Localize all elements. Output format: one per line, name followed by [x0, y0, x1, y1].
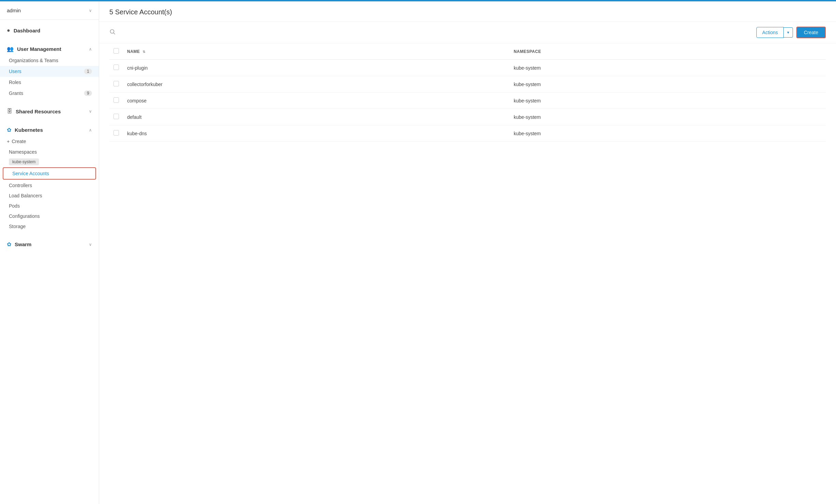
row-checkbox-cell [109, 76, 123, 93]
row-checkbox-cell [109, 93, 123, 109]
service-accounts-label: Service Accounts [12, 171, 49, 176]
sidebar-item-pods[interactable]: Pods [0, 201, 99, 211]
shared-resources-header[interactable]: 🗄 Shared Resources ∨ [0, 106, 99, 117]
create-plus-icon: + [7, 139, 10, 144]
row-namespace: kube-system [510, 125, 826, 142]
table-header-checkbox [109, 43, 123, 60]
svg-point-0 [110, 30, 114, 33]
service-accounts-table: NAME ⇅ NAMESPACE cni-plugin kube-system [109, 43, 826, 142]
user-management-icon: 👥 [7, 46, 14, 52]
shared-resources-label: Shared Resources [16, 109, 61, 114]
actions-chevron-icon: ▾ [787, 30, 789, 35]
table-row[interactable]: collectorforkuber kube-system [109, 76, 826, 93]
page-title: 5 Service Account(s) [109, 8, 826, 16]
row-name: default [123, 109, 510, 125]
table-row[interactable]: cni-plugin kube-system [109, 60, 826, 76]
select-all-checkbox[interactable] [113, 48, 119, 54]
storage-label: Storage [9, 224, 26, 229]
row-checkbox[interactable] [113, 97, 119, 103]
row-namespace: kube-system [510, 109, 826, 125]
table-header-name[interactable]: NAME ⇅ [123, 43, 510, 60]
sidebar-item-configurations[interactable]: Configurations [0, 211, 99, 221]
shared-resources-icon: 🗄 [7, 108, 12, 114]
sidebar-item-service-accounts[interactable]: Service Accounts [3, 167, 96, 180]
sidebar-section-user-management: 👥 User Management ∧ Organizations & Team… [0, 38, 99, 101]
name-sort-icon: ⇅ [143, 50, 146, 54]
sidebar-item-load-balancers[interactable]: Load Balancers [0, 191, 99, 201]
sidebar-item-controllers[interactable]: Controllers [0, 180, 99, 191]
user-management-label: User Management [17, 46, 61, 52]
row-checkbox-cell [109, 109, 123, 125]
toolbar-left [109, 29, 116, 36]
table-header-namespace: NAMESPACE [510, 43, 826, 60]
main-header: 5 Service Account(s) [99, 1, 836, 22]
sidebar-item-users[interactable]: Users 1 [0, 66, 99, 77]
kubernetes-chevron-icon: ∧ [89, 128, 92, 132]
swarm-header[interactable]: ✿ Swarm ∨ [0, 238, 99, 250]
row-namespace: kube-system [510, 93, 826, 109]
table-row[interactable]: kube-dns kube-system [109, 125, 826, 142]
sidebar-item-storage[interactable]: Storage [0, 221, 99, 232]
search-icon [109, 29, 116, 35]
namespace-column-label: NAMESPACE [514, 49, 541, 54]
actions-dropdown-button[interactable]: ▾ [784, 27, 793, 38]
svg-line-1 [114, 33, 115, 34]
toolbar-right: Actions ▾ Create [756, 27, 826, 38]
app-container: admin ∨ ● Dashboard 👥 User Management ∧ [0, 1, 836, 504]
controllers-label: Controllers [9, 183, 32, 188]
users-badge: 1 [84, 69, 92, 74]
kubernetes-label: Kubernetes [15, 127, 43, 133]
sidebar-section-swarm: ✿ Swarm ∨ [0, 234, 99, 252]
row-checkbox-cell [109, 60, 123, 76]
grants-badge: 9 [84, 90, 92, 96]
pods-label: Pods [9, 203, 20, 209]
toolbar: Actions ▾ Create [99, 22, 836, 43]
shared-resources-chevron-icon: ∨ [89, 109, 92, 114]
sidebar-item-create[interactable]: + Create [0, 136, 99, 147]
row-checkbox[interactable] [113, 65, 119, 70]
actions-label: Actions [762, 30, 778, 35]
table-row[interactable]: compose kube-system [109, 93, 826, 109]
swarm-icon: ✿ [7, 241, 11, 248]
row-checkbox[interactable] [113, 81, 119, 86]
search-button[interactable] [109, 29, 116, 36]
row-name: compose [123, 93, 510, 109]
table-body: cni-plugin kube-system collectorforkuber… [109, 60, 826, 142]
admin-chevron-icon: ∨ [89, 8, 92, 13]
roles-label: Roles [9, 80, 21, 85]
name-column-label: NAME [127, 49, 140, 54]
configurations-label: Configurations [9, 213, 40, 219]
sidebar-item-roles[interactable]: Roles [0, 77, 99, 88]
table-row[interactable]: default kube-system [109, 109, 826, 125]
actions-button[interactable]: Actions [756, 27, 784, 38]
row-checkbox[interactable] [113, 114, 119, 119]
table-container: NAME ⇅ NAMESPACE cni-plugin kube-system [99, 43, 836, 142]
sidebar-section-dashboard: ● Dashboard [0, 20, 99, 38]
load-balancers-label: Load Balancers [9, 193, 42, 198]
sidebar-item-organizations-teams[interactable]: Organizations & Teams [0, 55, 99, 66]
table-header-row: NAME ⇅ NAMESPACE [109, 43, 826, 60]
namespace-kube-system-badge[interactable]: kube-system [9, 158, 39, 165]
organizations-teams-label: Organizations & Teams [9, 58, 58, 63]
main-content: 5 Service Account(s) Actions ▾ Create [99, 1, 836, 504]
row-checkbox-cell [109, 125, 123, 142]
create-label: Create [12, 139, 26, 144]
grants-label: Grants [9, 90, 23, 96]
row-name: collectorforkuber [123, 76, 510, 93]
row-name: kube-dns [123, 125, 510, 142]
sidebar-section-shared-resources: 🗄 Shared Resources ∨ [0, 101, 99, 119]
dashboard-label: Dashboard [14, 28, 40, 33]
sidebar-item-grants[interactable]: Grants 9 [0, 88, 99, 99]
swarm-chevron-icon: ∨ [89, 242, 92, 247]
row-checkbox[interactable] [113, 130, 119, 136]
create-button[interactable]: Create [796, 27, 826, 38]
sidebar-admin[interactable]: admin ∨ [0, 1, 99, 20]
sidebar-item-dashboard[interactable]: ● Dashboard [0, 25, 99, 36]
row-namespace: kube-system [510, 76, 826, 93]
sidebar-item-namespaces[interactable]: Namespaces [0, 147, 99, 157]
swarm-label: Swarm [15, 241, 31, 247]
user-management-chevron-icon: ∧ [89, 47, 92, 52]
kubernetes-header[interactable]: ✿ Kubernetes ∧ [0, 124, 99, 136]
user-management-header[interactable]: 👥 User Management ∧ [0, 43, 99, 55]
row-namespace: kube-system [510, 60, 826, 76]
